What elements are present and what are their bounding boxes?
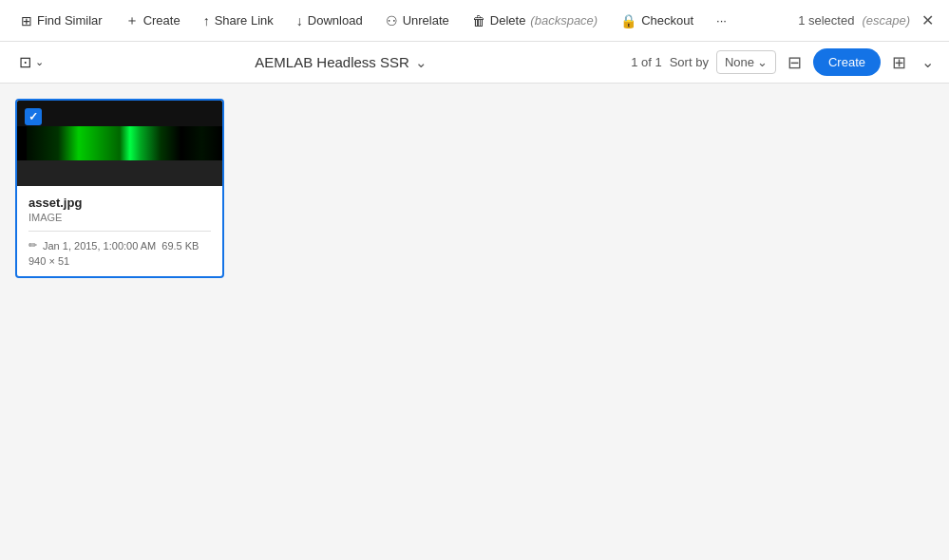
asset-checkbox[interactable] <box>25 108 42 125</box>
asset-info: asset.jpg IMAGE ✏ Jan 1, 2015, 1:00:00 A… <box>17 186 222 276</box>
sort-dropdown[interactable]: None ⌄ <box>716 50 776 74</box>
asset-meta: ✏ Jan 1, 2015, 1:00:00 AM 69.5 KB <box>28 239 211 252</box>
folder-title: AEMLAB Headless SSR ⌄ <box>51 54 631 71</box>
create-button[interactable]: Create <box>813 48 881 76</box>
thumbnail-background <box>17 101 222 186</box>
main-content: asset.jpg IMAGE ✏ Jan 1, 2015, 1:00:00 A… <box>0 84 949 560</box>
unrelate-icon: ⚇ <box>386 13 398 28</box>
secondary-toolbar: ⊡ ⌄ AEMLAB Headless SSR ⌄ 1 of 1 Sort by… <box>0 42 949 84</box>
selection-info: 1 selected (escape) ✕ <box>798 8 938 33</box>
lock-icon: 🔒 <box>620 13 636 28</box>
plus-icon: ＋ <box>125 12 139 29</box>
column-view-button[interactable]: ⊟ <box>784 48 806 77</box>
panel-chevron-icon: ⌄ <box>35 56 44 68</box>
checkout-button[interactable]: 🔒 Checkout <box>611 8 703 34</box>
find-similar-button[interactable]: ⊞ Find Similar <box>11 8 112 34</box>
panel-icon: ⊡ <box>19 53 31 71</box>
asset-thumbnail <box>17 101 222 186</box>
asset-name: asset.jpg <box>28 196 211 210</box>
view-options-chevron[interactable]: ⌄ <box>918 49 938 75</box>
close-selection-button[interactable]: ✕ <box>918 8 938 33</box>
grid-view-button[interactable]: ⊞ <box>888 48 910 77</box>
create-toolbar-button[interactable]: ＋ Create <box>116 7 190 35</box>
edit-icon: ✏ <box>28 239 37 252</box>
sort-chevron-icon: ⌄ <box>757 55 768 69</box>
more-options-button[interactable]: ··· <box>707 8 736 33</box>
share-icon: ↑ <box>203 13 210 28</box>
unrelate-button[interactable]: ⚇ Unrelate <box>376 8 459 34</box>
top-toolbar: ⊞ Find Similar ＋ Create ↑ Share Link ↓ D… <box>0 0 949 42</box>
asset-dimensions: 940 × 51 <box>28 255 211 267</box>
panel-toggle-button[interactable]: ⊡ ⌄ <box>11 47 51 77</box>
download-button[interactable]: ↓ Download <box>287 8 372 34</box>
asset-card: asset.jpg IMAGE ✏ Jan 1, 2015, 1:00:00 A… <box>15 99 224 278</box>
trash-icon: 🗑 <box>472 13 485 28</box>
download-icon: ↓ <box>296 13 303 28</box>
delete-button[interactable]: 🗑 Delete (backspace) <box>463 8 607 34</box>
asset-divider <box>28 231 211 232</box>
right-controls: 1 of 1 Sort by None ⌄ ⊟ Create ⊞ ⌄ <box>631 48 938 77</box>
asset-type: IMAGE <box>28 212 211 223</box>
find-similar-icon: ⊞ <box>21 13 32 28</box>
folder-chevron-icon[interactable]: ⌄ <box>415 54 427 71</box>
asset-grid: asset.jpg IMAGE ✏ Jan 1, 2015, 1:00:00 A… <box>15 99 934 278</box>
share-link-button[interactable]: ↑ Share Link <box>194 8 283 34</box>
